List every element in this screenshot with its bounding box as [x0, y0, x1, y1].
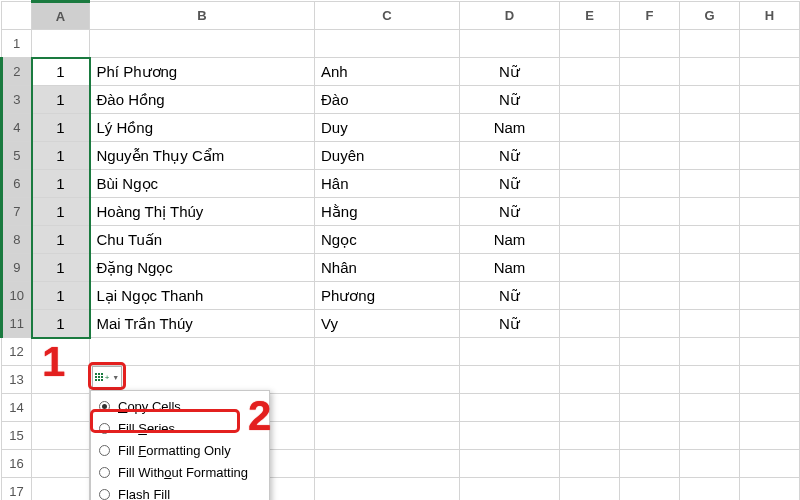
cell[interactable]: Họ đệm [90, 30, 315, 58]
cell[interactable]: 1 [32, 58, 90, 86]
cell[interactable] [620, 30, 680, 58]
cell[interactable] [315, 394, 460, 422]
cell[interactable] [560, 30, 620, 58]
cell[interactable]: Đặng Ngọc [90, 254, 315, 282]
cell[interactable]: 1 [32, 198, 90, 226]
cell[interactable]: 1 [32, 170, 90, 198]
cell[interactable] [680, 450, 740, 478]
cell[interactable] [740, 422, 800, 450]
cell[interactable] [560, 86, 620, 114]
cell[interactable] [560, 198, 620, 226]
row-header-15[interactable]: 15 [2, 422, 32, 450]
cell[interactable]: Nam [460, 254, 560, 282]
cell[interactable]: Hân [315, 170, 460, 198]
cell[interactable]: Nam [460, 114, 560, 142]
cell[interactable] [680, 58, 740, 86]
autofill-options-menu[interactable]: Copy Cells Fill Series Fill Formatting O… [90, 390, 270, 500]
row-header-2[interactable]: 2 [2, 58, 32, 86]
cell[interactable] [740, 450, 800, 478]
cell[interactable] [740, 198, 800, 226]
cell[interactable] [620, 282, 680, 310]
cell[interactable]: Duy [315, 114, 460, 142]
cell[interactable] [680, 30, 740, 58]
col-header-D[interactable]: D [460, 2, 560, 30]
cell[interactable] [560, 450, 620, 478]
cell[interactable] [32, 478, 90, 501]
col-header-C[interactable]: C [315, 2, 460, 30]
cell[interactable] [32, 450, 90, 478]
cell[interactable] [620, 86, 680, 114]
cell[interactable] [740, 478, 800, 501]
row-header-16[interactable]: 16 [2, 450, 32, 478]
cell[interactable]: Nữ [460, 170, 560, 198]
cell[interactable]: Duyên [315, 142, 460, 170]
cell[interactable] [620, 114, 680, 142]
row-header-5[interactable]: 5 [2, 142, 32, 170]
cell[interactable] [680, 226, 740, 254]
col-header-B[interactable]: B [90, 2, 315, 30]
cell[interactable]: Nam [460, 226, 560, 254]
cell[interactable] [620, 254, 680, 282]
cell[interactable]: 1 [32, 254, 90, 282]
select-all-corner[interactable] [2, 2, 32, 30]
cell[interactable]: Chu Tuấn [90, 226, 315, 254]
cell[interactable] [620, 58, 680, 86]
cell[interactable]: Nữ [460, 198, 560, 226]
cell[interactable] [460, 366, 560, 394]
cell[interactable] [560, 310, 620, 338]
cell[interactable] [560, 226, 620, 254]
cell[interactable]: 1 [32, 310, 90, 338]
cell[interactable]: 1 [32, 226, 90, 254]
cell[interactable] [560, 282, 620, 310]
cell[interactable] [32, 366, 90, 394]
cell[interactable] [315, 478, 460, 501]
cell[interactable]: 1 [32, 114, 90, 142]
col-header-H[interactable]: H [740, 2, 800, 30]
cell[interactable] [560, 114, 620, 142]
cell[interactable] [740, 254, 800, 282]
cell[interactable] [560, 170, 620, 198]
cell[interactable] [680, 114, 740, 142]
cell[interactable] [740, 170, 800, 198]
cell[interactable]: Nguyễn Thụy Cẩm [90, 142, 315, 170]
row-header-11[interactable]: 11 [2, 310, 32, 338]
menu-item-fill-series[interactable]: Fill Series [91, 417, 269, 439]
cell[interactable] [32, 422, 90, 450]
row-header-9[interactable]: 9 [2, 254, 32, 282]
row-header-12[interactable]: 12 [2, 338, 32, 366]
row-header-17[interactable]: 17 [2, 478, 32, 501]
cell[interactable] [680, 310, 740, 338]
row-header-6[interactable]: 6 [2, 170, 32, 198]
cell[interactable]: Đào Hồng [90, 86, 315, 114]
menu-item-fill-formatting-only[interactable]: Fill Formatting Only [91, 439, 269, 461]
cell[interactable] [460, 478, 560, 501]
autofill-options-button[interactable]: + ▼ [92, 366, 122, 388]
row-header-3[interactable]: 3 [2, 86, 32, 114]
cell[interactable] [740, 58, 800, 86]
cell[interactable] [680, 366, 740, 394]
cell[interactable] [740, 366, 800, 394]
cell[interactable]: Phí Phương [90, 58, 315, 86]
cell[interactable] [740, 338, 800, 366]
cell[interactable]: Nhân [315, 254, 460, 282]
cell[interactable]: Nữ [460, 142, 560, 170]
cell[interactable]: Nữ [460, 58, 560, 86]
cell[interactable] [740, 282, 800, 310]
cell[interactable]: Hoàng Thị Thúy [90, 198, 315, 226]
cell[interactable] [740, 394, 800, 422]
cell[interactable] [90, 338, 315, 366]
col-header-G[interactable]: G [680, 2, 740, 30]
cell[interactable] [560, 478, 620, 501]
cell[interactable] [620, 478, 680, 501]
cell[interactable] [740, 86, 800, 114]
cell[interactable] [560, 58, 620, 86]
cell[interactable]: Đào [315, 86, 460, 114]
row-header-10[interactable]: 10 [2, 282, 32, 310]
cell[interactable] [620, 170, 680, 198]
cell[interactable]: 1 [32, 142, 90, 170]
cell[interactable] [680, 86, 740, 114]
cell[interactable] [620, 366, 680, 394]
cell[interactable]: Hằng [315, 198, 460, 226]
cell[interactable]: Tên [315, 30, 460, 58]
cell[interactable] [680, 478, 740, 501]
